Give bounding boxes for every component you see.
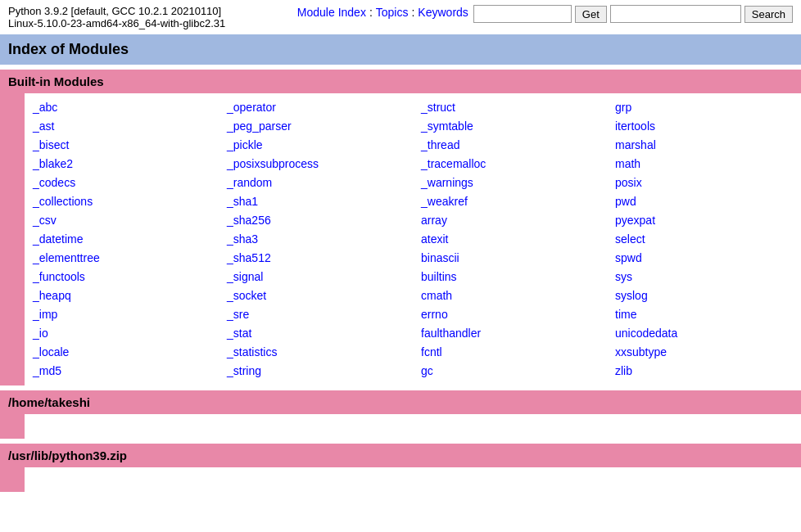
search-button[interactable]: Search [744,6,793,23]
module-link[interactable]: _stat [227,325,405,342]
linux-info-line: Linux-5.10.0-23-amd64-x86_64-with-glibc2… [8,17,225,29]
module-link[interactable]: fcntl [421,344,599,361]
module-link[interactable]: _sre [227,306,405,323]
module-link[interactable]: _collections [33,193,210,210]
module-link[interactable]: _functools [33,268,210,286]
module-cell: xxsubtype [607,343,801,362]
module-cell: syslog [607,286,801,305]
module-link[interactable]: time [615,306,793,323]
get-button[interactable]: Get [575,6,607,23]
table-row: _locale_statisticsfcntlxxsubtype [25,343,801,362]
module-link[interactable]: _signal [227,268,405,286]
module-cell: _sha512 [219,249,413,268]
module-cell: _datetime [25,230,219,249]
module-link[interactable]: _peg_parser [227,118,405,135]
module-cell: _string [219,362,413,381]
module-cell: _sha256 [219,211,413,230]
module-index-link[interactable]: Module Index [297,6,366,19]
module-link[interactable]: _locale [33,344,210,361]
module-link[interactable]: _weakref [421,193,599,210]
module-link[interactable]: sys [615,268,793,286]
module-link[interactable]: _tracemalloc [421,156,599,173]
module-cell: cmath [413,286,607,305]
module-link[interactable]: pwd [615,193,793,210]
table-row: _elementtree_sha512binasciispwd [25,249,801,268]
module-link[interactable]: pyexpat [615,212,793,229]
topics-link[interactable]: Topics [376,6,409,19]
module-link[interactable]: _abc [33,99,210,116]
table-row: _csv_sha256arraypyexpat [25,211,801,230]
module-cell: _pickle [219,136,413,155]
module-link[interactable]: _imp [33,306,210,323]
table-row: _functools_signalbuiltinssys [25,268,801,286]
module-link[interactable]: _heapq [33,287,210,304]
module-cell: errno [413,305,607,324]
module-link[interactable]: zlib [615,363,793,380]
module-link[interactable]: _datetime [33,231,210,248]
module-link[interactable]: _symtable [421,118,599,135]
keyword-input[interactable] [610,5,741,23]
module-link[interactable]: math [615,156,793,173]
module-link[interactable]: array [421,212,599,229]
module-link[interactable]: spwd [615,250,793,267]
module-cell: _posixsubprocess [219,155,413,174]
module-link[interactable]: unicodedata [615,325,793,342]
module-link[interactable]: _struct [421,99,599,116]
module-link[interactable]: faulthandler [421,325,599,342]
module-link[interactable]: _thread [421,137,599,154]
module-cell: sys [607,268,801,286]
module-cell: _heapq [25,286,219,305]
index-of-modules-banner: Index of Modules [0,34,801,65]
python39zip-content [25,467,801,492]
module-link[interactable]: _socket [227,287,405,304]
module-link[interactable]: marshal [615,137,793,154]
module-cell: _socket [219,286,413,305]
module-link[interactable]: _posixsubprocess [227,156,405,173]
module-cell: _ast [25,117,219,136]
module-link[interactable]: _sha256 [227,212,405,229]
module-link[interactable]: atexit [421,231,599,248]
module-link[interactable]: _random [227,174,405,192]
module-link[interactable]: cmath [421,287,599,304]
table-row: _md5_stringgczlib [25,362,801,381]
module-link[interactable]: _io [33,325,210,342]
keywords-link[interactable]: Keywords [418,6,468,19]
module-cell: math [607,155,801,174]
module-link[interactable]: select [615,231,793,248]
search-input[interactable] [473,5,572,23]
home-takeshi-section: /home/takeshi [0,390,801,439]
module-link[interactable]: posix [615,174,793,192]
module-cell: _symtable [413,117,607,136]
module-link[interactable]: grp [615,99,793,116]
module-link[interactable]: _statistics [227,344,405,361]
home-takeshi-indent [0,414,801,439]
module-link[interactable]: _sha3 [227,231,405,248]
module-link[interactable]: _bisect [33,137,210,154]
module-link[interactable]: _string [227,363,405,380]
module-link[interactable]: errno [421,306,599,323]
module-link[interactable]: xxsubtype [615,344,793,361]
module-link[interactable]: itertools [615,118,793,135]
module-link[interactable]: _csv [33,212,210,229]
module-link[interactable]: _pickle [227,137,405,154]
python-info: Python 3.9.2 [default, GCC 10.2.1 202101… [8,5,225,29]
module-link[interactable]: _sha1 [227,193,405,210]
module-link[interactable]: _ast [33,118,210,135]
module-link[interactable]: _warnings [421,174,599,192]
index-title: Index of Modules [8,41,129,57]
module-link[interactable]: _blake2 [33,156,210,173]
module-link[interactable]: _sha512 [227,250,405,267]
module-link[interactable]: syslog [615,287,793,304]
module-cell: select [607,230,801,249]
module-link[interactable]: _operator [227,99,405,116]
module-link[interactable]: builtins [421,268,599,286]
module-link[interactable]: binascii [421,250,599,267]
module-link[interactable]: _codecs [33,174,210,192]
module-link[interactable]: _md5 [33,363,210,380]
module-cell: _imp [25,305,219,324]
module-link[interactable]: gc [421,363,599,380]
table-row: _abc_operator_structgrp [25,98,801,117]
page-header: Python 3.9.2 [default, GCC 10.2.1 202101… [0,0,801,34]
module-cell: fcntl [413,343,607,362]
module-link[interactable]: _elementtree [33,250,210,267]
